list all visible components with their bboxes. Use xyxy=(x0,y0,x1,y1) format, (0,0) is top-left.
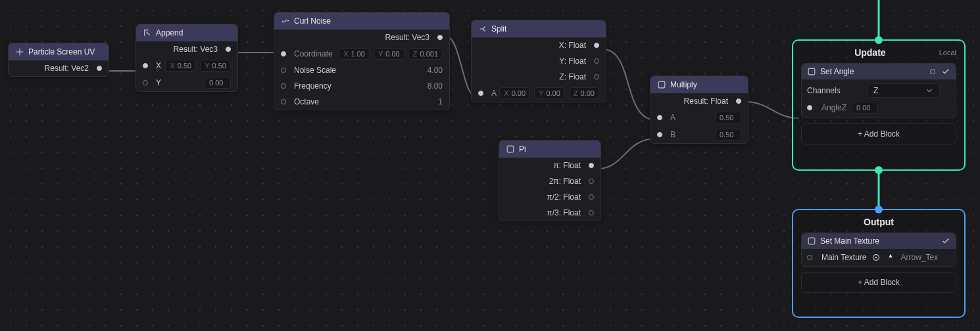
output-label: Result: Vec2 xyxy=(45,64,89,73)
port-out-x[interactable] xyxy=(594,43,599,48)
block-header[interactable]: Set Angle xyxy=(802,64,956,79)
port-out-z[interactable] xyxy=(594,74,599,79)
svg-rect-0 xyxy=(507,146,514,152)
port-in-y[interactable] xyxy=(143,80,148,85)
check-icon[interactable] xyxy=(941,236,950,246)
field-a[interactable]: 0.50 xyxy=(715,112,741,123)
port-in-a[interactable] xyxy=(478,91,483,96)
gear-icon[interactable] xyxy=(928,67,937,76)
block-header[interactable]: Set Main Texture xyxy=(802,233,956,249)
flow-in-dot[interactable] xyxy=(875,206,883,213)
context-output[interactable]: Output Set Main Texture Main Texture Arr… xyxy=(792,209,966,318)
node-pi[interactable]: Pi π: Float 2π: Float π/2: Float π/3: Fl… xyxy=(499,140,601,221)
field-coord-z[interactable]: Z0.001 xyxy=(408,48,443,60)
port-out-thirdpi[interactable] xyxy=(589,210,594,215)
block-set-angle[interactable]: Set Angle Channels Z AngleZ 0.00 xyxy=(801,63,956,118)
port-in-octave[interactable] xyxy=(281,99,286,104)
node-header[interactable]: Particle Screen UV xyxy=(9,43,109,60)
value-noise-scale[interactable]: 4.00 xyxy=(428,66,443,75)
node-header[interactable]: Multiply xyxy=(650,76,748,93)
node-multiply[interactable]: Multiply Result: Float A0.50 B0.50 xyxy=(650,76,748,144)
field-a-z[interactable]: Z0.00 xyxy=(569,87,599,99)
context-subtitle: Local xyxy=(939,49,956,56)
field-anglez[interactable]: 0.00 xyxy=(852,102,878,114)
port-in-main-texture[interactable] xyxy=(807,255,812,260)
port-out-pi[interactable] xyxy=(589,163,594,168)
field-coord-y[interactable]: Y0.00 xyxy=(374,48,404,60)
node-title: Multiply xyxy=(670,80,697,89)
port-out-halfpi[interactable] xyxy=(589,194,594,200)
field-b[interactable]: 0.50 xyxy=(715,129,741,141)
field-coord-x[interactable]: X1.00 xyxy=(339,48,370,60)
node-header[interactable]: Pi xyxy=(499,141,600,158)
node-title: Particle Screen UV xyxy=(28,47,95,56)
port-out-result[interactable] xyxy=(437,35,443,40)
flow-out-dot[interactable] xyxy=(875,166,883,174)
port-in-coordinate[interactable] xyxy=(281,51,286,56)
port-out-2pi[interactable] xyxy=(589,179,594,184)
output-label: Result: Vec3 xyxy=(385,33,429,42)
port-out-y[interactable] xyxy=(594,58,599,64)
node-title: Curl Noise xyxy=(294,16,331,26)
port-out-result[interactable] xyxy=(226,47,231,52)
add-block-button[interactable]: + Add Block xyxy=(801,272,956,293)
prop-label-channels: Channels xyxy=(807,86,862,95)
texture-name[interactable]: Arrow_Tex xyxy=(900,253,938,262)
split-icon xyxy=(478,24,487,33)
port-out-result[interactable] xyxy=(97,66,102,71)
node-title: Pi xyxy=(519,144,526,154)
node-header[interactable]: Curl Noise xyxy=(274,12,449,30)
input-label-a: A xyxy=(491,89,497,98)
chevron-down-icon xyxy=(925,86,934,95)
node-curl-noise[interactable]: Curl Noise Result: Vec3 Coordinate X1.00… xyxy=(274,12,450,110)
output-2pi: 2π: Float xyxy=(549,177,581,186)
node-header[interactable]: Split xyxy=(472,20,606,37)
output-pi: π: Float xyxy=(553,161,581,170)
node-title: Append xyxy=(156,28,183,37)
field-x-x[interactable]: X0.50 xyxy=(165,60,196,72)
node-header[interactable]: Append xyxy=(136,24,237,41)
svg-rect-4 xyxy=(808,238,815,244)
prop-label-main-texture: Main Texture xyxy=(821,253,866,262)
check-icon[interactable] xyxy=(941,67,950,76)
port-in-noise-scale[interactable] xyxy=(281,68,286,73)
output-label: Result: Vec3 xyxy=(174,45,218,54)
input-label-b: B xyxy=(670,130,675,139)
crosshair-icon xyxy=(15,47,24,56)
noise-icon xyxy=(281,16,290,26)
value-octave[interactable]: 1 xyxy=(438,97,443,106)
node-append[interactable]: Append Result: Vec3 X X0.50 Y0.50 Y 0.00 xyxy=(135,24,238,92)
math-icon xyxy=(506,144,515,154)
field-x-y[interactable]: Y0.50 xyxy=(200,60,231,72)
dropdown-channels[interactable]: Z xyxy=(868,83,940,98)
target-icon[interactable] xyxy=(871,253,881,262)
block-title: Set Angle xyxy=(820,67,854,76)
output-halfpi: π/2: Float xyxy=(547,192,581,202)
input-label-a: A xyxy=(670,113,675,122)
field-a-x[interactable]: X0.00 xyxy=(499,87,530,99)
svg-rect-2 xyxy=(808,68,815,75)
port-in-anglez[interactable] xyxy=(807,105,812,110)
node-particle-screen-uv[interactable]: Particle Screen UV Result: Vec2 xyxy=(8,43,109,77)
port-in-b[interactable] xyxy=(657,132,662,137)
port-out-result[interactable] xyxy=(736,99,741,104)
flow-in-dot[interactable] xyxy=(875,36,883,44)
node-split[interactable]: Split X: Float Y: Float Z: Float A X0.00… xyxy=(471,20,606,102)
add-block-button[interactable]: + Add Block xyxy=(801,123,956,144)
block-icon xyxy=(807,67,816,76)
dropdown-value: Z xyxy=(873,86,878,95)
vector-icon xyxy=(143,28,152,37)
context-title: Output xyxy=(801,217,956,227)
node-title: Split xyxy=(491,24,506,33)
field-y[interactable]: 0.00 xyxy=(205,77,231,89)
field-a-y[interactable]: Y0.00 xyxy=(534,87,565,99)
port-in-frequency[interactable] xyxy=(281,83,286,89)
input-label-y: Y xyxy=(156,78,161,87)
input-label-coordinate: Coordinate xyxy=(294,49,333,58)
context-update[interactable]: Update Local Set Angle Channels Z AngleZ xyxy=(792,39,966,171)
value-frequency[interactable]: 8.00 xyxy=(428,81,443,91)
port-in-a[interactable] xyxy=(657,115,662,120)
output-x: X: Float xyxy=(559,41,586,50)
block-set-main-texture[interactable]: Set Main Texture Main Texture Arrow_Tex xyxy=(801,232,956,267)
port-in-x[interactable] xyxy=(143,63,148,68)
